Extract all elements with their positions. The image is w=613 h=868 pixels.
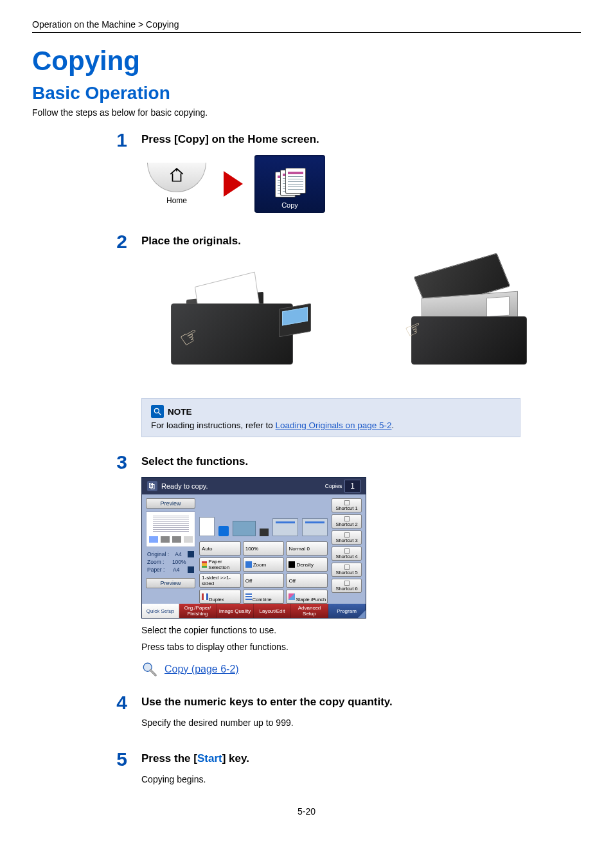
place-originals-platen-figure: ☞ <box>373 257 565 385</box>
tab-layout-edit[interactable]: Layout/Edit <box>254 604 291 618</box>
shortcut-2[interactable]: Shortcut 2 <box>332 514 362 529</box>
step-5: 5 Press the [Start] key. Copying begins. <box>32 750 581 791</box>
copy-page-link[interactable]: Copy (page 6-2) <box>164 664 239 675</box>
panel-info: Original :A4 Zoom :100% Paper :A4 <box>146 550 195 575</box>
step-5-title: Press the [Start] key. <box>141 752 581 765</box>
preview-button[interactable]: Preview <box>146 578 195 588</box>
step-1: 1 Press [Copy] on the Home screen. Home … <box>32 131 581 217</box>
step-number: 2 <box>116 232 127 437</box>
opt-density[interactable]: Density <box>286 557 328 572</box>
step-1-title: Press [Copy] on the Home screen. <box>141 133 581 146</box>
copy-tile[interactable]: Copy <box>254 155 325 213</box>
step-3: 3 Select the functions. Ready to copy. C… <box>32 453 581 678</box>
opt-normal[interactable]: Normal 0 <box>286 541 328 556</box>
opt-off1[interactable]: Off <box>243 574 285 588</box>
opt-100[interactable]: 100% <box>243 541 285 556</box>
shortcut-3[interactable]: Shortcut 3 <box>332 530 362 545</box>
copy-icon <box>275 168 305 199</box>
home-label: Home <box>166 196 187 205</box>
arrow-right-icon <box>224 171 243 197</box>
touch-panel-screenshot: Ready to copy. Copies 1 Preview <box>141 477 366 619</box>
intro-text: Follow the steps as below for basic copy… <box>32 107 581 118</box>
section-title: Basic Operation <box>32 83 581 104</box>
step-4-text: Specify the desired number up to 999. <box>141 718 581 728</box>
shortcut-1[interactable]: Shortcut 1 <box>332 498 362 512</box>
svg-point-0 <box>154 408 159 413</box>
step-3-text2: Press tabs to display other functions. <box>141 642 581 652</box>
panel-status: Ready to copy. <box>161 482 208 490</box>
page-number: 5-20 <box>32 806 581 817</box>
page-curl-icon <box>358 610 366 618</box>
copies-value: 1 <box>344 480 360 493</box>
step-2-title: Place the originals. <box>141 235 581 248</box>
tab-org-paper-finishing[interactable]: Org./Paper/ Finishing <box>179 604 217 618</box>
opt-duplex[interactable]: Duplex <box>199 590 241 604</box>
tab-image-quality[interactable]: Image Quality <box>217 604 254 618</box>
note-box: NOTE For loading instructions, refer to … <box>141 398 520 437</box>
opt-zoom[interactable]: Zoom <box>243 557 285 572</box>
shortcut-5[interactable]: Shortcut 5 <box>332 563 362 577</box>
copies-label: Copies <box>325 483 342 489</box>
copy-label: Copy <box>281 201 298 209</box>
breadcrumb: Operation on the Machine > Copying <box>32 19 581 32</box>
preview-thumbnail <box>146 511 195 547</box>
flow-illustration <box>199 498 328 539</box>
note-label: NOTE <box>168 407 192 417</box>
step-4: 4 Use the numeric keys to enter the copy… <box>32 693 581 734</box>
loading-originals-link[interactable]: Loading Originals on page 5-2 <box>276 420 392 430</box>
opt-off2[interactable]: Off <box>286 574 328 588</box>
opt-staple[interactable]: Staple /Punch <box>286 590 328 604</box>
opt-1sided[interactable]: 1-sided >>1-sided <box>199 574 241 588</box>
home-icon <box>168 167 185 183</box>
step-number: 3 <box>116 453 127 678</box>
opt-auto[interactable]: Auto <box>199 541 241 556</box>
step-3-text1: Select the copier functions to use. <box>141 625 581 635</box>
document-icon <box>147 481 157 491</box>
note-text: For loading instructions, refer to Loadi… <box>151 420 511 430</box>
tab-advanced-setup[interactable]: Advanced Setup <box>291 604 328 618</box>
tab-quick-setup[interactable]: Quick Setup <box>142 604 179 618</box>
svg-line-1 <box>159 413 161 415</box>
step-5-text: Copying begins. <box>141 774 581 784</box>
shortcut-6[interactable]: Shortcut 6 <box>332 579 362 593</box>
opt-paper-selection[interactable]: Paper Selection <box>199 557 241 572</box>
note-icon <box>151 405 164 418</box>
step-number: 5 <box>116 750 127 791</box>
step-2: 2 Place the originals. ☞ <box>32 232 581 437</box>
step-number: 4 <box>116 693 127 734</box>
opt-combine[interactable]: Combine <box>243 590 285 604</box>
preview-button[interactable]: Preview <box>146 498 195 509</box>
place-originals-adf-figure: ☞ <box>141 257 334 385</box>
divider <box>32 32 581 33</box>
page-title: Copying <box>32 46 581 77</box>
magnifier-icon <box>141 661 158 678</box>
home-button[interactable]: Home <box>141 163 212 205</box>
step-3-title: Select the functions. <box>141 455 581 468</box>
shortcut-4[interactable]: Shortcut 4 <box>332 547 362 561</box>
step-number: 1 <box>116 131 127 217</box>
step-4-title: Use the numeric keys to enter the copy q… <box>141 696 581 709</box>
